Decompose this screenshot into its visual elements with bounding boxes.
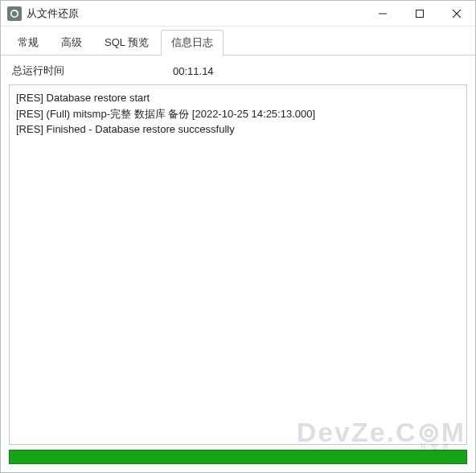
- log-line: [RES] Finished - Database restore succes…: [16, 121, 460, 138]
- tab-general[interactable]: 常规: [7, 30, 49, 56]
- progress-area: [1, 450, 475, 472]
- maximize-icon: [416, 10, 424, 18]
- window-title: 从文件还原: [27, 6, 79, 21]
- svg-rect-2: [416, 10, 424, 17]
- content-area: 总运行时间 00:11.14 [RES] Database restore st…: [1, 56, 475, 472]
- tab-sql-preview[interactable]: SQL 预览: [94, 30, 159, 56]
- tab-info-log[interactable]: 信息日志: [161, 30, 224, 56]
- app-icon: [7, 6, 22, 21]
- runtime-value: 00:11.14: [173, 65, 214, 77]
- close-icon: [453, 10, 461, 18]
- progress-bar: [9, 450, 467, 464]
- tab-advanced[interactable]: 高级: [51, 30, 92, 56]
- log-line: [RES] Database restore start: [16, 90, 460, 106]
- log-line: [RES] (Full) mitsmp-完整 数据库 备份 [2022-10-2…: [16, 106, 460, 122]
- runtime-row: 总运行时间 00:11.14: [1, 56, 475, 84]
- log-output[interactable]: [RES] Database restore start [RES] (Full…: [9, 84, 467, 445]
- minimize-button[interactable]: [364, 1, 401, 27]
- tab-bar: 常规 高级 SQL 预览 信息日志: [1, 27, 475, 56]
- runtime-label: 总运行时间: [12, 64, 173, 78]
- titlebar: 从文件还原: [1, 1, 475, 27]
- window: 从文件还原 常规 高级 SQL 预览 信息日志 总运行时间 00:11.14 […: [0, 0, 476, 473]
- close-button[interactable]: [438, 1, 475, 27]
- minimize-icon: [379, 10, 387, 18]
- maximize-button[interactable]: [401, 1, 438, 27]
